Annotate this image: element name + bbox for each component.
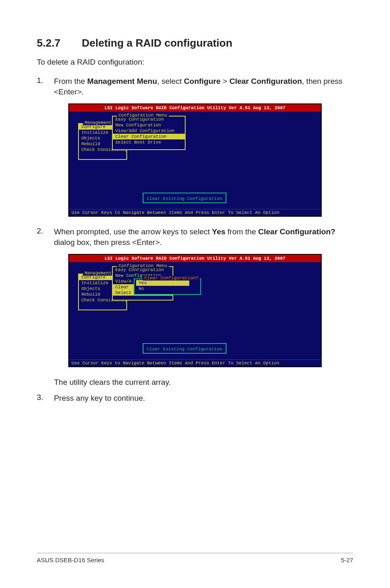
status-box: Clear Existing Configuration (143, 343, 226, 354)
cfg-item-new[interactable]: New Configuration (113, 122, 185, 128)
section-number: 5.2.7 (37, 37, 82, 49)
footer-left: ASUS DSEB-D16 Series (37, 557, 104, 563)
dialog-option-yes[interactable]: Yes (136, 280, 189, 286)
section-heading: 5.2.7Deleting a RAID configuration (37, 37, 353, 49)
status-text: Clear Existing Configuration (147, 196, 222, 201)
management-menu-title: Management (83, 120, 113, 125)
after-shot2-line: The utility clears the current array. (37, 377, 353, 388)
footer-right: 5-27 (341, 557, 353, 563)
step-text: Press any key to continue. (54, 393, 145, 404)
screenshot-2: LSI Logic Software RAID Configuration Ut… (68, 254, 322, 367)
dialog-title: Clear Configuration? (143, 276, 200, 281)
step-1: 1. From the Management Menu, select Conf… (37, 76, 353, 98)
cfg-item-selectboot[interactable]: Select Boot Drive (113, 139, 185, 145)
screenshot-1: LSI Logic Software RAID Configuration Ut… (68, 103, 322, 217)
dialog-option-no[interactable]: No (136, 286, 200, 292)
help-bar: Use Cursor Keys to Navigate Between Item… (69, 359, 321, 366)
utility-title-bar: LSI Logic Software RAID Configuration Ut… (69, 255, 321, 262)
step-3: 3. Press any key to continue. (37, 393, 353, 404)
utility-title-bar: LSI Logic Software RAID Configuration Ut… (69, 104, 321, 112)
step-index: 1. (37, 76, 54, 98)
configuration-menu: Configuration Menu Easy Configuration Ne… (112, 116, 186, 150)
help-bar: Use Cursor Keys to Navigate Between Item… (69, 209, 321, 216)
management-menu-title: Management (83, 271, 113, 276)
configuration-menu-title: Configuration Menu (117, 113, 169, 118)
step-index: 3. (37, 393, 54, 404)
status-box: Clear Existing Configuration (143, 193, 226, 203)
step-text: When prompted, use the arrow keys to sel… (54, 227, 353, 248)
step-index: 2. (37, 227, 54, 248)
intro-text: To delete a RAID configuration: (37, 57, 353, 68)
cfg-item-viewadd[interactable]: View/Add Configuration (113, 128, 185, 134)
cfg-item-clear[interactable]: Clear Configuration (113, 134, 185, 139)
status-text: Clear Existing Configuration (147, 347, 222, 352)
page-footer: ASUS DSEB-D16 Series 5-27 (37, 553, 353, 563)
section-title-text: Deleting a RAID configuration (82, 37, 232, 49)
step-2: 2. When prompted, use the arrow keys to … (37, 227, 353, 248)
after-text: The utility clears the current array. (54, 377, 171, 388)
configuration-menu-title: Configuration Menu (117, 263, 169, 268)
clear-configuration-dialog: Clear Configuration? Yes No (134, 278, 201, 295)
step-text: From the Management Menu, select Configu… (54, 76, 353, 98)
